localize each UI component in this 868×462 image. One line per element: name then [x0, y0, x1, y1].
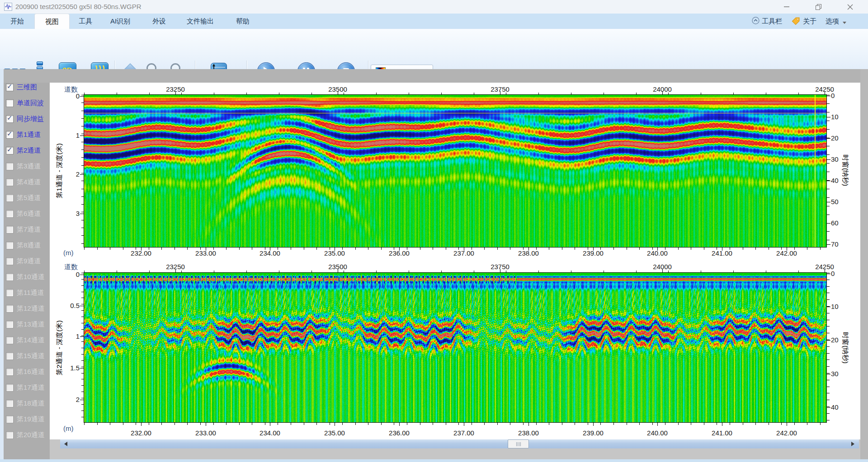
checkbox-checked[interactable]: ✓: [6, 147, 14, 154]
sidebar-item-channel-第3通道: 第3通道: [6, 162, 41, 170]
checkbox-checked[interactable]: ✓: [6, 131, 14, 139]
distance-axis-minor-ticks: [84, 247, 826, 250]
checkbox-unchecked: [6, 305, 14, 313]
depth-tick-label: 2: [63, 170, 80, 178]
time-tick-label: 70: [831, 240, 839, 248]
tab-menu-1[interactable]: 视图: [34, 14, 70, 29]
tab-menu-0[interactable]: 开始: [0, 14, 34, 29]
menu-right-items: 工具栏关于选项: [752, 14, 846, 29]
depth-axis-title: 第1通道 - 深度(米): [55, 143, 64, 198]
channel-1-radargram-canvas[interactable]: [84, 95, 826, 247]
menu-right-item-0[interactable]: 工具栏: [752, 17, 782, 26]
distance-major-tick: [722, 247, 722, 251]
distance-tick-label: 237.00: [448, 429, 480, 437]
horizontal-scrollbar[interactable]: [60, 439, 859, 448]
sidebar-item-channel-三维图[interactable]: ✓三维图: [6, 83, 37, 91]
channel-sidebar: ✓三维图单道回波✓同步增益✓第1通道✓第2通道第3通道第4通道第5通道第6通道第…: [4, 83, 50, 459]
distance-tick-label: 242.00: [771, 429, 802, 437]
time-tick-label: 0: [831, 270, 835, 277]
checkbox-unchecked: [6, 400, 14, 407]
distance-tick-label: 235.00: [319, 429, 350, 437]
window-title: 200900 test2025050 gx5I 80-50ns.WGPR: [15, 3, 142, 10]
checkbox-unchecked: [6, 273, 14, 281]
time-major-tick: [827, 117, 830, 117]
distance-major-tick: [399, 423, 400, 426]
distance-major-tick: [722, 423, 722, 426]
depth-unit-label: (m): [63, 425, 74, 432]
distance-major-tick: [657, 423, 658, 426]
distance-tick-label: 239.00: [577, 429, 609, 437]
distance-major-tick: [657, 247, 658, 251]
time-axis-minor-ticks: [827, 273, 830, 422]
distance-major-tick: [206, 423, 206, 426]
distance-major-tick: [335, 423, 335, 426]
checkbox-unchecked: [6, 226, 14, 233]
depth-axis-title: 第2通道 - 深度(米): [55, 320, 64, 375]
checkbox-unchecked: [6, 242, 14, 249]
depth-tick-label: 1: [63, 332, 80, 340]
sidebar-item-channel-第12通道: 第12通道: [6, 304, 45, 313]
checkbox-unchecked: [6, 352, 14, 360]
distance-major-tick: [141, 423, 142, 426]
sidebar-item-channel-单道回波[interactable]: 单道回波: [6, 99, 44, 107]
sidebar-item-channel-第2通道[interactable]: ✓第2通道: [6, 146, 41, 154]
time-major-tick: [827, 138, 830, 139]
depth-tick-label: 0.5: [63, 302, 80, 309]
checkbox-unchecked: [6, 384, 14, 392]
channel-2-radargram-frame: [84, 272, 827, 423]
window-right-strip: [860, 69, 868, 459]
distance-major-tick: [528, 423, 529, 426]
depth-tick-label: 0: [63, 92, 80, 100]
checkbox-unchecked[interactable]: [6, 99, 14, 107]
distance-axis-minor-ticks: [84, 423, 826, 425]
distance-major-tick: [593, 247, 594, 251]
tab-menu-2[interactable]: 工具: [70, 14, 101, 29]
sidebar-item-channel-第9通道: 第9通道: [6, 257, 41, 265]
toolbar-ribbon: 水平垂直3D三维设置曲线图还原缩小放大显示网格开始回放暂停回放停止回放色谱表: [0, 29, 868, 69]
restore-button[interactable]: [802, 0, 834, 14]
distance-major-tick: [270, 247, 270, 251]
checkbox-checked[interactable]: ✓: [6, 84, 14, 91]
chevron-up-circle-icon: [752, 17, 760, 26]
scroll-left-arrow-icon[interactable]: [61, 439, 70, 448]
time-axis-title: 时窗(纳秒): [841, 154, 849, 186]
distance-major-tick: [270, 423, 270, 426]
sidebar-item-channel-第7通道: 第7通道: [6, 225, 41, 233]
time-axis-minor-ticks: [827, 95, 830, 247]
checkbox-unchecked: [6, 415, 14, 423]
checkbox-checked[interactable]: ✓: [6, 115, 14, 123]
time-tick-label: 10: [831, 113, 839, 121]
tab-ai-3[interactable]: AI识别: [101, 14, 139, 29]
sidebar-item-channel-第17通道: 第17通道: [6, 383, 45, 392]
menu-right-item-2[interactable]: 选项: [826, 17, 846, 26]
tab-menu-5[interactable]: 文件输出: [179, 14, 222, 29]
time-tick-label: 60: [831, 219, 839, 227]
window-left-border: [0, 69, 4, 459]
sidebar-item-channel-第4通道: 第4通道: [6, 178, 41, 186]
sidebar-item-channel-第1通道[interactable]: ✓第1通道: [6, 131, 41, 139]
distance-major-tick: [399, 247, 400, 251]
distance-tick-label: 232.00: [125, 429, 157, 437]
minimize-button[interactable]: [771, 0, 802, 14]
sidebar-item-channel-第8通道: 第8通道: [6, 241, 41, 249]
scrollbar-thumb[interactable]: [508, 439, 529, 448]
checkbox-unchecked: [6, 178, 14, 186]
time-axis-title: 时窗(纳秒): [841, 332, 849, 364]
checkbox-unchecked: [6, 194, 14, 202]
sidebar-item-channel-第5通道: 第5通道: [6, 194, 41, 202]
time-tick-label: 40: [831, 177, 839, 184]
distance-tick-label: 241.00: [706, 429, 738, 437]
tab-menu-4[interactable]: 外设: [139, 14, 179, 29]
time-tick-label: 30: [831, 155, 839, 163]
sidebar-item-channel-第10通道: 第10通道: [6, 273, 45, 281]
distance-major-tick: [206, 247, 206, 251]
tab-menu-6[interactable]: 帮助: [222, 14, 264, 29]
close-button[interactable]: [834, 0, 866, 14]
menu-right-item-1[interactable]: 关于: [791, 16, 816, 27]
channel-2-radargram-canvas[interactable]: [84, 273, 826, 422]
sidebar-item-channel-同步增益[interactable]: ✓同步增益: [6, 115, 44, 123]
time-major-tick: [827, 407, 830, 408]
depth-tick-label: 2: [63, 396, 80, 403]
sidebar-item-channel-第6通道: 第6通道: [6, 210, 41, 218]
scroll-right-arrow-icon[interactable]: [848, 439, 857, 448]
